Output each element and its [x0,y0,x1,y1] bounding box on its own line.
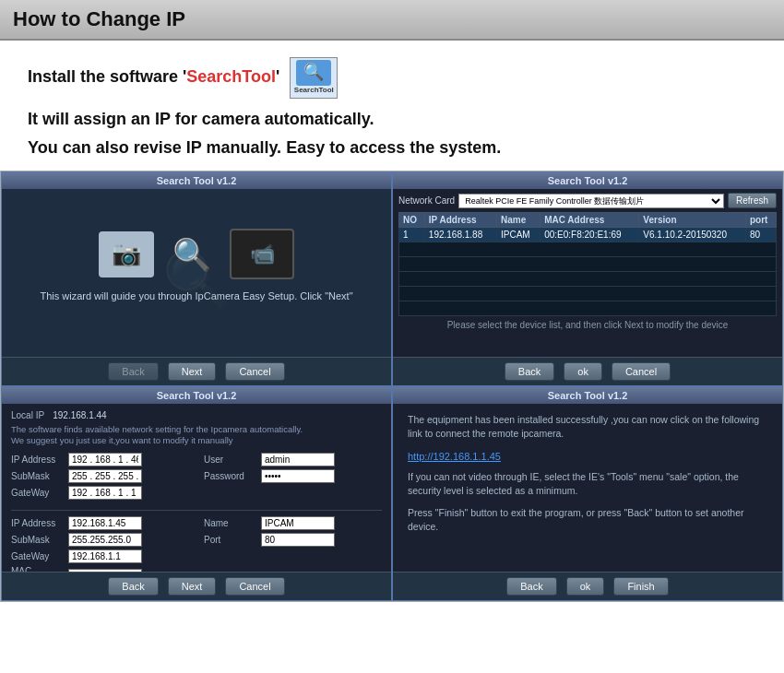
ip-next-button[interactable]: Next [168,577,217,596]
panel-ip-body: Local IP 192.168.1.44 The software finds… [2,404,391,563]
gateway-input-left[interactable] [68,486,142,500]
success-finish-button[interactable]: Finish [613,577,668,596]
results-table: NO IP Address Name MAC Address Version p… [398,212,777,316]
password-input[interactable] [261,469,335,483]
bottom-ip-row: IP Address [11,516,189,530]
network-card-label: Network Card [398,195,455,206]
success-ok-button[interactable]: ok [566,577,605,596]
search-back-button[interactable]: Back [505,362,554,381]
local-ip-value: 192.168.1.44 [53,410,106,420]
success-para-3: Press "Finish" button to exit the progra… [408,506,767,533]
success-back-button[interactable]: Back [506,577,556,596]
submask-row-left: SubMask [11,469,189,483]
panel-success-header: Search Tool v1.2 [393,387,782,404]
network-card-row: Network Card Realtek PCIe FE Family Cont… [398,193,777,208]
ip-address-input-left[interactable] [68,453,142,466]
bottom-gateway-input[interactable] [68,549,142,563]
camera-icon-1 [99,231,154,277]
success-link[interactable]: http://192.168.1.1.45 [408,449,767,465]
port-input[interactable] [261,533,335,547]
col-ip: IP Address [424,213,496,228]
bottom-submask-input[interactable] [68,533,142,547]
port-row: Port [204,533,382,547]
intro-line1: Install the software 'SearchTool' Search… [28,57,756,99]
page-title: How to Change IP [13,7,185,30]
panel-wizard: Search Tool v1.2 🔍 🔍 This wizard will gu… [1,171,392,386]
ip-cancel-button[interactable]: Cancel [225,577,284,596]
wizard-buttons: Back Next Cancel [2,357,391,385]
panel-success-body: The equipment has been installed success… [393,404,782,563]
refresh-button[interactable]: Refresh [728,193,777,208]
ip-form: IP Address SubMask GateWay User [11,453,382,502]
search-hint: Please select the device list, and then … [398,320,777,330]
panel-search-body: Network Card Realtek PCIe FE Family Cont… [393,189,782,348]
intro-line2: It will assign an IP for camera automati… [28,110,756,129]
table-row-empty-4 [399,287,777,301]
panel-search: Search Tool v1.2 Network Card Realtek PC… [392,171,783,386]
name-row: Name [204,516,382,530]
table-row-empty-5 [399,301,777,316]
table-row-empty-2 [399,257,777,272]
search-ok-button[interactable]: ok [564,362,602,381]
panel-wizard-header: Search Tool v1.2 [2,172,391,189]
ip-buttons: Back Next Cancel [2,572,391,600]
success-para-2: If you can not video through IE, select … [408,470,767,497]
camera-icons: 🔍 [99,229,294,279]
success-para-1: The equipment has been installed success… [408,413,767,440]
user-input[interactable] [261,453,335,466]
bottom-ip-input[interactable] [68,516,142,530]
panel-ip-header: Search Tool v1.2 [2,387,391,404]
bottom-submask-row: SubMask [11,533,189,547]
search-buttons: Back ok Cancel [393,357,782,385]
panels-area: Search Tool v1.2 🔍 🔍 This wizard will gu… [0,171,784,602]
panel-success: Search Tool v1.2 The equipment has been … [392,386,783,601]
col-no: NO [399,213,425,228]
table-row-empty-1 [399,242,777,257]
table-row[interactable]: 1 192.168.1.88 IPCAM 00:E0:F8:20:E1:69 V… [399,228,777,242]
info-text: The software finds available network set… [11,424,382,447]
local-ip-row: Local IP 192.168.1.44 [11,409,382,420]
ip-fields-right: User Password [204,453,382,502]
ip-back-button[interactable]: Back [108,577,158,596]
name-input[interactable] [261,516,335,530]
intro-line3: You can also revise IP manually. Easy to… [28,138,756,158]
col-mac: MAC Address [540,213,639,228]
panel-wizard-body: 🔍 This wizard will guide you through IpC… [2,189,391,348]
wizard-back-button[interactable]: Back [108,362,158,381]
col-port: port [745,213,776,228]
success-buttons: Back ok Finish [393,572,782,600]
col-name: Name [497,213,540,228]
magnify-icon: 🔍 [172,236,211,273]
camera-icon-2 [230,229,294,279]
col-version: Version [639,213,746,228]
network-card-select[interactable]: Realtek PCIe FE Family Controller 数据传输划片 [458,194,724,208]
wizard-cancel-button[interactable]: Cancel [225,362,284,381]
search-cancel-button[interactable]: Cancel [612,362,671,381]
ip-address-row-left: IP Address [11,453,189,466]
submask-input-left[interactable] [68,469,142,483]
wizard-text: This wizard will guide you through IpCam… [40,290,352,301]
page-header: How to Change IP [0,0,784,41]
searchtool-icon: SearchTool [290,57,338,99]
bottom-gateway-row: GateWay [11,549,189,563]
panel-search-header: Search Tool v1.2 [393,172,782,189]
wizard-next-button[interactable]: Next [168,362,217,381]
user-row: User [204,453,382,466]
table-row-empty-3 [399,272,777,287]
searchtool-magnify-icon [296,60,331,86]
panel-ip: Search Tool v1.2 Local IP 192.168.1.44 T… [1,386,392,601]
local-ip-label: Local IP [11,410,44,420]
password-row: Password [204,469,382,483]
gateway-row-left: GateWay [11,486,189,500]
ip-fields-left: IP Address SubMask GateWay [11,453,189,502]
intro-section: Install the software 'SearchTool' Search… [0,41,784,167]
